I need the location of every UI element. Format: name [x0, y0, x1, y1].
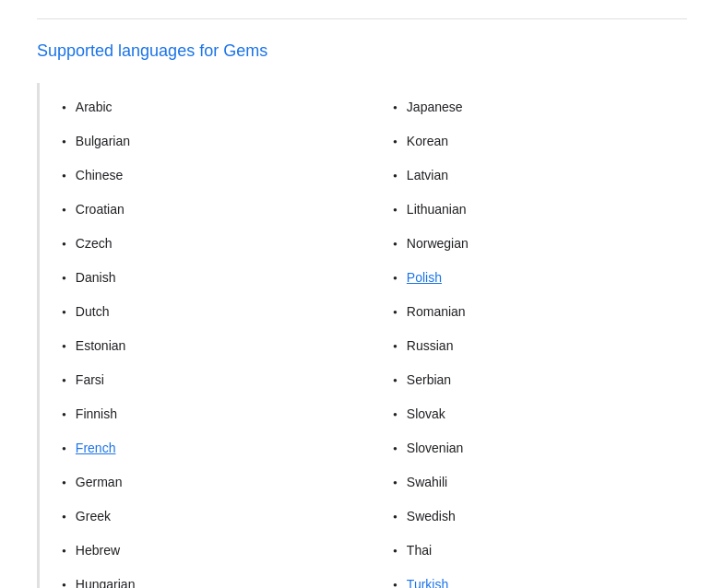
bullet-icon: ● — [62, 443, 66, 454]
bullet-icon: ● — [393, 239, 398, 250]
left-column: ●Arabic●Bulgarian●Chinese●Croatian●Czech… — [62, 90, 356, 588]
list-item: ●Arabic — [62, 90, 356, 124]
bullet-icon: ● — [62, 273, 66, 284]
language-label: Arabic — [76, 98, 113, 117]
list-item: ●Swahili — [393, 465, 687, 500]
language-label[interactable]: Turkish — [407, 575, 448, 588]
language-label: Farsi — [76, 370, 104, 390]
list-item: ●Farsi — [62, 363, 356, 397]
languages-grid: ●Arabic●Bulgarian●Chinese●Croatian●Czech… — [62, 90, 687, 588]
list-item: ●Lithuanian — [393, 193, 687, 227]
language-label: Serbian — [407, 370, 451, 390]
bullet-icon: ● — [393, 341, 398, 352]
list-item: ●Greek — [62, 500, 356, 534]
language-label: Korean — [407, 132, 448, 151]
bullet-icon: ● — [62, 512, 66, 523]
list-item: ●Estonian — [62, 329, 356, 363]
list-item: ●Slovenian — [393, 431, 687, 465]
bullet-icon: ● — [62, 171, 66, 182]
list-item: ●Turkish — [393, 568, 687, 588]
language-label[interactable]: French — [76, 439, 116, 458]
list-item: ●Finnish — [62, 397, 356, 431]
language-label[interactable]: Polish — [407, 268, 442, 288]
language-label: Finnish — [76, 405, 117, 424]
list-item: ●Hebrew — [62, 534, 356, 568]
bullet-icon: ● — [62, 239, 66, 250]
bullet-icon: ● — [393, 580, 398, 588]
list-item: ●Swedish — [393, 500, 687, 534]
language-label: Slovenian — [407, 439, 464, 458]
list-item: ●Serbian — [393, 363, 687, 397]
bullet-icon: ● — [62, 205, 66, 216]
language-label: Swedish — [407, 507, 456, 526]
bullet-icon: ● — [393, 102, 398, 113]
language-label: Croatian — [76, 200, 125, 219]
list-item: ●Romanian — [393, 295, 687, 329]
language-label: Romanian — [407, 302, 466, 322]
bullet-icon: ● — [393, 205, 398, 216]
bullet-icon: ● — [393, 443, 398, 454]
list-item: ●Hungarian — [62, 568, 356, 588]
list-item: ●Croatian — [62, 193, 356, 227]
bullet-icon: ● — [62, 546, 66, 557]
language-label: Thai — [407, 541, 432, 560]
bullet-icon: ● — [62, 307, 66, 318]
list-item: ●Thai — [393, 534, 687, 568]
language-label: Swahili — [407, 473, 447, 492]
list-item: ●French — [62, 431, 356, 465]
language-label: German — [76, 473, 123, 492]
bullet-icon: ● — [393, 477, 398, 488]
list-item: ●Slovak — [393, 397, 687, 431]
list-item: ●Polish — [393, 261, 687, 295]
language-label: Hungarian — [76, 575, 136, 588]
bullet-icon: ● — [62, 580, 66, 588]
list-item: ●Norwegian — [393, 227, 687, 261]
bullet-icon: ● — [393, 409, 398, 420]
bullet-icon: ● — [393, 307, 398, 318]
list-item: ●German — [62, 465, 356, 500]
language-label: Hebrew — [76, 541, 120, 560]
page-title: Supported languages for Gems — [37, 41, 687, 61]
right-column: ●Japanese●Korean●Latvian●Lithuanian●Norw… — [393, 90, 687, 588]
language-label: Danish — [76, 268, 116, 288]
page-container: Supported languages for Gems ●Arabic●Bul… — [0, 0, 724, 588]
list-item: ●Danish — [62, 261, 356, 295]
list-item: ●Bulgarian — [62, 124, 356, 159]
bullet-icon: ● — [62, 341, 66, 352]
content-box: ●Arabic●Bulgarian●Chinese●Croatian●Czech… — [37, 83, 687, 588]
list-item: ●Japanese — [393, 90, 687, 124]
bullet-icon: ● — [62, 102, 66, 113]
language-label: Norwegian — [407, 234, 469, 253]
bullet-icon: ● — [393, 273, 398, 284]
language-label: Slovak — [407, 405, 445, 424]
bullet-icon: ● — [62, 409, 66, 420]
bullet-icon: ● — [393, 375, 398, 386]
list-item: ●Russian — [393, 329, 687, 363]
language-label: Chinese — [76, 166, 123, 185]
language-label: Greek — [76, 507, 111, 526]
language-label: Latvian — [407, 166, 448, 185]
list-item: ●Dutch — [62, 295, 356, 329]
language-label: Bulgarian — [76, 132, 130, 151]
top-divider — [37, 18, 687, 19]
list-item: ●Chinese — [62, 159, 356, 193]
bullet-icon: ● — [62, 136, 66, 147]
bullet-icon: ● — [393, 546, 398, 557]
language-label: Dutch — [76, 302, 110, 322]
list-item: ●Latvian — [393, 159, 687, 193]
language-label: Lithuanian — [407, 200, 467, 219]
bullet-icon: ● — [393, 512, 398, 523]
bullet-icon: ● — [62, 477, 66, 488]
bullet-icon: ● — [393, 171, 398, 182]
language-label: Russian — [407, 336, 454, 356]
list-item: ●Korean — [393, 124, 687, 159]
language-label: Japanese — [407, 98, 463, 117]
list-item: ●Czech — [62, 227, 356, 261]
language-label: Czech — [76, 234, 113, 253]
bullet-icon: ● — [62, 375, 66, 386]
bullet-icon: ● — [393, 136, 398, 147]
language-label: Estonian — [76, 336, 125, 356]
